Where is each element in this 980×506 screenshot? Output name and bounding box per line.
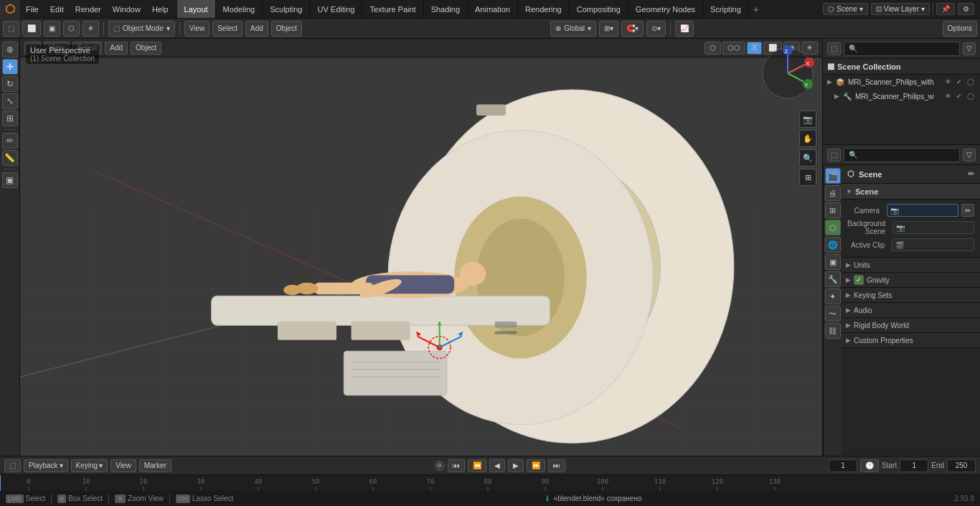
timeline-editor-btn[interactable]: ⬚ [4,459,21,472]
local-view-btn[interactable]: ⊞ [799,169,816,186]
props-tab-particles[interactable]: ✦ [825,289,841,304]
frame-start-input[interactable] [900,459,928,472]
jump-end-btn[interactable]: ⏭ [548,459,565,472]
options-btn[interactable]: Options [943,21,977,37]
outliner-item-1[interactable]: ▶ 🔧 MRI_Scanner_Philips_with 👁 ✔ ◯ [823,89,980,103]
custom-props-header[interactable]: ▶ Custom Properties [842,333,980,347]
camera-value[interactable]: 📷 [887,204,958,217]
rigid-body-header[interactable]: ▶ Rigid Body World [842,318,980,332]
viewport-gizmo[interactable]: X Y Z [759,44,816,102]
frame-end-input[interactable] [947,459,976,472]
viewport-shading-solid[interactable]: ⬜ [22,21,41,37]
graph-btn[interactable]: 📈 [675,21,694,37]
marker-btn[interactable]: Marker [139,459,171,472]
measure-tool[interactable]: 📏 [2,150,18,166]
props-tab-object[interactable]: ▣ [825,254,841,270]
viewport[interactable]: ⬚ View Select Add Object ⬡ ⬡⬡ X ⬜ ◉ ☀ [20,39,822,456]
viewport-shading-wire[interactable]: ▣ [44,21,60,37]
tab-shading[interactable]: Shading [424,0,468,18]
tab-uv-editing[interactable]: UV Editing [310,0,362,18]
props-tab-constraints[interactable]: ⛓ [825,323,841,339]
view-menu[interactable]: View [184,21,210,37]
tab-modeling[interactable]: Modeling [216,0,263,18]
transform-tool[interactable]: ⊞ [2,111,18,126]
play-btn[interactable]: ▶ [508,459,524,472]
navigation-gizmo[interactable]: X Y Z [759,44,816,102]
pivot-btn[interactable]: ⊞▾ [599,21,618,37]
outliner-search[interactable] [844,42,960,56]
view-layer-selector[interactable]: ⊡ View Layer ▾ [871,3,930,15]
snap-btn[interactable]: 🧲▾ [621,21,644,37]
props-tab-scene[interactable]: ⬡ [825,220,841,235]
timeline-ruler[interactable]: 0 10 20 30 40 50 60 70 80 90 1 [0,475,980,491]
transform-dropdown[interactable]: ⊕ Global ▾ [550,21,596,37]
menu-file[interactable]: File [20,0,44,18]
menu-render[interactable]: Render [70,0,107,18]
props-editor-btn[interactable]: ⬚ [827,149,841,161]
gravity-checkbox[interactable]: ✓ [854,275,864,285]
add-workspace-btn[interactable]: + [749,4,763,15]
playback-btn[interactable]: Playback ▾ [24,459,68,472]
units-header[interactable]: ▶ Units [842,258,980,272]
tab-geometry-nodes[interactable]: Geometry Nodes [628,0,703,18]
menu-help[interactable]: Help [146,0,174,18]
outliner-hide-0[interactable]: ◯ [966,77,976,87]
menu-window[interactable]: Window [107,0,146,18]
add-menu[interactable]: Add [245,21,268,37]
tab-layout[interactable]: Layout [177,0,216,18]
tab-scripting[interactable]: Scripting [703,0,749,18]
add-cube-tool[interactable]: ▣ [2,172,18,188]
outliner-filter-btn[interactable]: ▽ [963,42,976,55]
audio-header[interactable]: ▶ Audio [842,303,980,317]
menu-edit[interactable]: Edit [44,0,70,18]
vp-add-btn[interactable]: Add [105,42,128,55]
props-tab-output[interactable]: 🖨 [825,185,841,201]
pan-btn[interactable]: ✋ [799,130,816,147]
outliner-item-0[interactable]: ▶ 📦 MRI_Scanner_Philips_with_Par 👁 ✔ ◯ [823,75,980,89]
background-scene-value[interactable]: 📷 [892,221,974,234]
keying-sets-header[interactable]: ▶ Keying Sets [842,288,980,302]
viewport-shading-material[interactable]: ⬡ [63,21,80,37]
outliner-editor-btn[interactable]: ⬚ [827,42,841,55]
props-tab-modifier[interactable]: 🔧 [825,271,841,287]
props-filter-btn[interactable]: ▽ [963,149,976,161]
scene-name-edit-btn[interactable]: ✏ [968,169,974,179]
gravity-header[interactable]: ▶ ✓ Gravity [842,273,980,287]
status-zoom[interactable]: 🖱 Zoom View [115,495,164,503]
props-tab-render[interactable]: 🎬 [825,168,841,184]
clock-btn[interactable]: 🕐 [860,459,879,472]
play-back-btn[interactable]: ◀ [489,459,505,472]
vp-gizmo-btn[interactable]: ⬡ [705,42,721,55]
editor-type-btn[interactable]: ⬚ [3,21,19,37]
tab-compositing[interactable]: Compositing [570,0,628,18]
zoom-btn[interactable]: 🔍 [799,149,816,167]
outliner-visibility-0[interactable]: 👁 [943,77,953,87]
vp-object-btn[interactable]: Object [131,42,161,55]
tab-animation[interactable]: Animation [468,0,518,18]
rotate-tool[interactable]: ↻ [2,76,18,92]
active-clip-value[interactable]: 🎬 [892,238,974,251]
status-select[interactable]: LMB Select [6,495,45,503]
scene-section-header[interactable]: ▼ Scene [842,184,980,200]
outliner-select-0[interactable]: ✔ [954,77,964,87]
view-btn-timeline[interactable]: View [110,459,136,472]
camera-view-btn[interactable]: 📷 [799,111,816,128]
vp-overlay-btn[interactable]: ⬡⬡ [722,42,745,55]
props-tab-view-layer[interactable]: ⊞ [825,202,841,218]
status-box-select[interactable]: B Box Select [57,495,103,503]
tab-sculpting[interactable]: Sculpting [263,0,310,18]
props-tab-physics[interactable]: 〜 [825,306,841,322]
outliner-visibility-1[interactable]: 👁 [943,91,953,101]
select-menu[interactable]: Select [212,21,242,37]
pin-editor-btn[interactable]: 📌 [936,3,955,15]
tab-texture-paint[interactable]: Texture Paint [362,0,423,18]
camera-edit-btn[interactable]: ✏ [961,204,974,217]
scene-selector[interactable]: ⬡ Scene ▾ [823,3,867,15]
keying-btn[interactable]: Keying ▾ [71,459,108,472]
mode-dropdown[interactable]: ⬚ Object Mode ▾ [108,21,175,37]
scale-tool[interactable]: ⤡ [2,93,18,109]
status-lasso[interactable]: Ctrl Lasso Select [176,495,233,503]
viewport-shading-rendered[interactable]: ☀ [83,21,99,37]
annotate-tool[interactable]: ✏ [2,133,18,149]
object-menu[interactable]: Object [271,21,302,37]
